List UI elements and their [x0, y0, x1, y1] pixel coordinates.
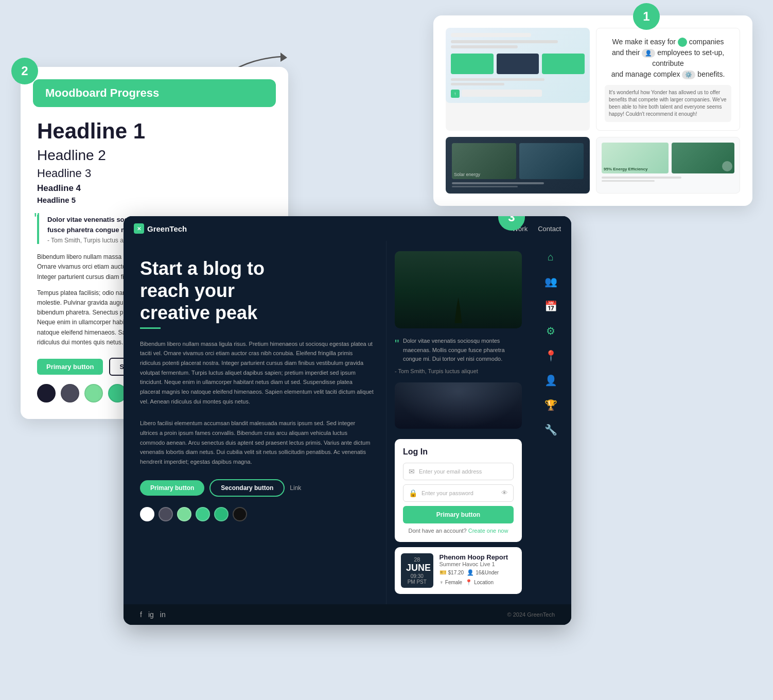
screenshot-bottom-left: Solar energy: [446, 137, 590, 194]
event-tags: 🎫 $17.20 👤 16&Under ♀ Female 📍: [440, 569, 516, 586]
moodboard-header: Moodboard Progress: [33, 79, 276, 107]
gt-color-6: [233, 507, 247, 521]
gt-color-1: [140, 507, 154, 521]
show-password-icon[interactable]: 👁: [501, 489, 508, 497]
gt-color-2: [159, 507, 173, 521]
gender-icon: ♀: [440, 579, 444, 585]
headline-5: Headline 5: [37, 196, 272, 204]
social-links: f ig in: [140, 610, 166, 619]
event-title: Phenom Hoop Report: [440, 553, 516, 561]
sidebar-settings-icon[interactable]: ⚙: [546, 325, 555, 337]
greentech-sidebar: ⌂ 👥 📅 ⚙ 📍 👤 🏆 🔧: [530, 241, 571, 604]
gt-image-top: [395, 251, 522, 328]
event-time-label: 09:30 PM PST: [406, 573, 428, 585]
gt-buttons: Primary button Secondary button Link: [140, 479, 374, 497]
sidebar-settings2-icon[interactable]: 🔧: [544, 424, 557, 436]
password-icon: 🔒: [409, 489, 417, 497]
sidebar-users-icon[interactable]: 👥: [544, 275, 557, 288]
password-input[interactable]: 🔒 Enter your password 👁: [403, 484, 514, 502]
footer-copyright: © 2024 GreenTech: [507, 611, 555, 618]
create-account: Dont have an account? Create one now: [403, 528, 514, 534]
event-price-tag: 🎫 $17.20: [440, 569, 464, 576]
gt-colors: [140, 507, 374, 521]
gt-body-1: Bibendum libero nullam massa ligula risu…: [140, 339, 374, 407]
nav-contact[interactable]: Contact: [538, 225, 561, 233]
event-day-label: 28: [406, 556, 428, 563]
svg-marker-0: [280, 52, 287, 62]
headline-3: Headline 3: [37, 167, 272, 180]
login-title: Log In: [403, 447, 514, 457]
event-info: Phenom Hoop Report Summer Havoc Live 1 🎫…: [440, 553, 516, 588]
sidebar-location-icon[interactable]: 📍: [544, 349, 557, 362]
color-swatch-3: [84, 384, 103, 402]
event-date: 28 JUNE 09:30 PM PST: [401, 553, 433, 588]
age-icon: 👤: [467, 569, 474, 576]
card-greentech: 3 ✕ GreenTech Work Contact Start a blog …: [124, 216, 571, 625]
logo-text: GreenTech: [147, 224, 187, 233]
gt-login-panel: Log In ✉ Enter your email address 🔒 Ente…: [395, 439, 522, 542]
greentech-logo: ✕ GreenTech: [134, 223, 187, 234]
event-subtitle: Summer Havoc Live 1: [440, 561, 516, 567]
location-icon: 📍: [465, 579, 472, 586]
quote-mark: ": [34, 209, 40, 229]
color-swatch-2: [61, 384, 79, 402]
facebook-link[interactable]: f: [140, 610, 142, 619]
price-icon: 🎫: [440, 569, 447, 576]
password-placeholder: Enter your password: [421, 490, 473, 496]
sidebar-calendar-icon[interactable]: 📅: [544, 300, 557, 312]
badge-1: 1: [633, 3, 660, 30]
gt-link-button[interactable]: Link: [290, 484, 301, 492]
screenshot-right: We make it easy for companiesand their 👤…: [596, 28, 740, 131]
gt-quote-author: - Tom Smith, Turpis luctus aliquet: [395, 368, 522, 374]
email-input[interactable]: ✉ Enter your email address: [403, 463, 514, 480]
event-location-tag: 📍 Location: [465, 579, 494, 586]
gt-color-5: [214, 507, 229, 521]
badge-2: 2: [11, 58, 38, 84]
greentech-left: Start a blog to reach your creative peak…: [124, 241, 386, 604]
linkedin-link[interactable]: in: [160, 610, 166, 619]
gt-image-bottom: [395, 382, 522, 429]
color-swatch-1: [37, 384, 56, 402]
gt-event-card: 28 JUNE 09:30 PM PST Phenom Hoop Report …: [395, 547, 522, 594]
sidebar-profile-icon[interactable]: 👤: [544, 374, 557, 387]
event-age-tag: 👤 16&Under: [467, 569, 499, 576]
gt-body-2: Libero facilisi elementum accumsan bland…: [140, 418, 374, 466]
gt-headline: Start a blog to reach your creative peak: [140, 257, 374, 324]
screenshots-grid: ↑ We make it easy for companiesand their…: [446, 28, 740, 131]
headline-2: Headline 2: [37, 147, 272, 164]
event-month-label: JUNE: [406, 563, 428, 573]
gt-color-3: [177, 507, 191, 521]
gt-quote: Dolor vitae venenatis sociosqu montes ma…: [395, 337, 522, 364]
email-placeholder: Enter your email address: [419, 468, 482, 475]
moodboard-title: Moodboard Progress: [45, 86, 263, 100]
greentech-main: Start a blog to reach your creative peak…: [124, 241, 571, 604]
event-gender-tag: ♀ Female: [440, 579, 463, 586]
screenshot-left: ↑: [446, 28, 590, 131]
greentech-right: Dolor vitae venenatis sociosqu montes ma…: [386, 241, 530, 604]
logo-icon: ✕: [134, 223, 144, 234]
instagram-link[interactable]: ig: [148, 610, 154, 619]
greentech-footer: f ig in © 2024 GreenTech: [124, 604, 571, 625]
gt-secondary-button[interactable]: Secondary button: [209, 479, 285, 497]
email-icon: ✉: [409, 467, 415, 476]
gt-color-4: [196, 507, 210, 521]
login-button[interactable]: Primary button: [403, 506, 514, 523]
card-screenshots: 1 ↑ We: [433, 15, 752, 206]
screenshot-bottom-right: 95% Energy Efficiency: [596, 137, 740, 194]
create-account-link[interactable]: Create one now: [468, 528, 508, 534]
screenshots-bottom: Solar energy 95% Energy Efficiency: [446, 137, 740, 194]
gt-primary-button[interactable]: Primary button: [140, 480, 204, 496]
headline-underline: [140, 327, 161, 329]
primary-button[interactable]: Primary button: [37, 359, 103, 375]
sidebar-trophy-icon[interactable]: 🏆: [544, 399, 557, 411]
sidebar-home-icon[interactable]: ⌂: [548, 251, 554, 263]
headline-1: Headline 1: [37, 119, 272, 143]
headline-4: Headline 4: [37, 183, 272, 194]
